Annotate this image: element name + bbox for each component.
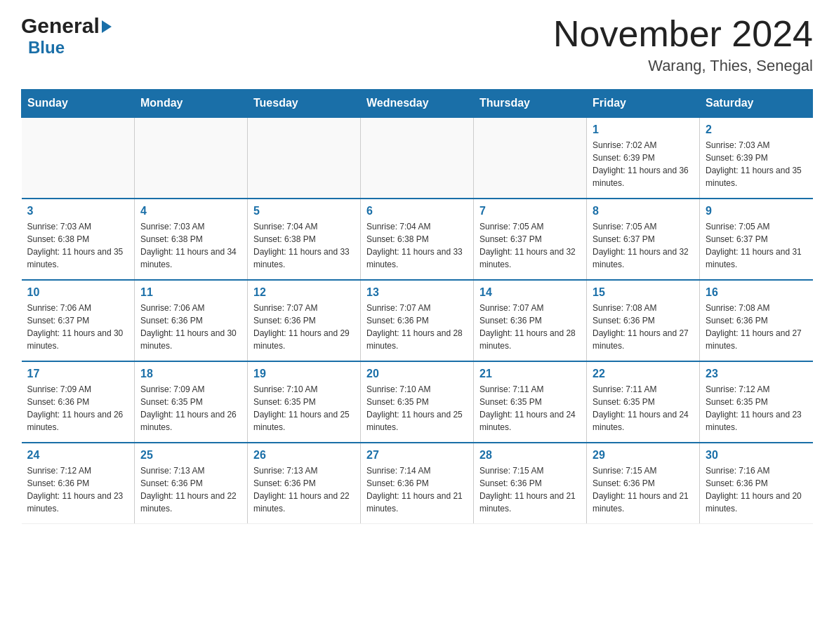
day-number: 15 xyxy=(593,286,694,299)
calendar-cell: 29Sunrise: 7:15 AM Sunset: 6:36 PM Dayli… xyxy=(587,443,700,524)
day-number: 6 xyxy=(366,205,468,217)
day-info: Sunrise: 7:02 AM Sunset: 6:39 PM Dayligh… xyxy=(593,139,694,189)
calendar-week-row: 17Sunrise: 7:09 AM Sunset: 6:36 PM Dayli… xyxy=(22,361,813,443)
day-number: 23 xyxy=(706,368,807,380)
day-of-week-header: Thursday xyxy=(474,90,587,118)
day-info: Sunrise: 7:09 AM Sunset: 6:35 PM Dayligh… xyxy=(140,383,241,434)
day-number: 21 xyxy=(479,368,581,380)
day-info: Sunrise: 7:15 AM Sunset: 6:36 PM Dayligh… xyxy=(479,464,581,515)
calendar-cell: 20Sunrise: 7:10 AM Sunset: 6:35 PM Dayli… xyxy=(361,361,474,443)
calendar-cell xyxy=(361,117,474,199)
calendar-cell: 14Sunrise: 7:07 AM Sunset: 6:36 PM Dayli… xyxy=(474,280,587,361)
calendar-cell: 12Sunrise: 7:07 AM Sunset: 6:36 PM Dayli… xyxy=(248,280,361,361)
day-info: Sunrise: 7:13 AM Sunset: 6:36 PM Dayligh… xyxy=(140,464,241,515)
day-info: Sunrise: 7:08 AM Sunset: 6:36 PM Dayligh… xyxy=(706,302,807,352)
day-number: 14 xyxy=(479,286,581,299)
day-number: 1 xyxy=(593,123,694,136)
day-number: 19 xyxy=(253,368,355,380)
calendar-cell: 2Sunrise: 7:03 AM Sunset: 6:39 PM Daylig… xyxy=(700,117,813,199)
day-number: 22 xyxy=(593,368,694,380)
day-info: Sunrise: 7:04 AM Sunset: 6:38 PM Dayligh… xyxy=(253,220,355,271)
day-number: 25 xyxy=(140,449,241,462)
day-info: Sunrise: 7:03 AM Sunset: 6:39 PM Dayligh… xyxy=(706,139,807,189)
calendar-week-row: 24Sunrise: 7:12 AM Sunset: 6:36 PM Dayli… xyxy=(22,443,813,524)
calendar-cell: 8Sunrise: 7:05 AM Sunset: 6:37 PM Daylig… xyxy=(587,199,700,280)
day-info: Sunrise: 7:05 AM Sunset: 6:37 PM Dayligh… xyxy=(593,220,694,271)
day-number: 29 xyxy=(593,449,694,462)
day-info: Sunrise: 7:07 AM Sunset: 6:36 PM Dayligh… xyxy=(479,302,581,352)
day-info: Sunrise: 7:10 AM Sunset: 6:35 PM Dayligh… xyxy=(366,383,468,434)
day-info: Sunrise: 7:16 AM Sunset: 6:36 PM Dayligh… xyxy=(706,464,807,515)
calendar-cell: 18Sunrise: 7:09 AM Sunset: 6:35 PM Dayli… xyxy=(135,361,248,443)
day-info: Sunrise: 7:08 AM Sunset: 6:36 PM Dayligh… xyxy=(593,302,694,352)
day-info: Sunrise: 7:11 AM Sunset: 6:35 PM Dayligh… xyxy=(479,383,581,434)
calendar-cell: 1Sunrise: 7:02 AM Sunset: 6:39 PM Daylig… xyxy=(587,117,700,199)
day-of-week-header: Wednesday xyxy=(361,90,474,118)
day-number: 5 xyxy=(253,205,355,217)
calendar-cell: 5Sunrise: 7:04 AM Sunset: 6:38 PM Daylig… xyxy=(248,199,361,280)
day-info: Sunrise: 7:06 AM Sunset: 6:36 PM Dayligh… xyxy=(140,302,241,352)
day-info: Sunrise: 7:05 AM Sunset: 6:37 PM Dayligh… xyxy=(479,220,581,271)
day-number: 17 xyxy=(27,368,129,380)
day-info: Sunrise: 7:04 AM Sunset: 6:38 PM Dayligh… xyxy=(366,220,468,271)
calendar-cell xyxy=(135,117,248,199)
day-info: Sunrise: 7:09 AM Sunset: 6:36 PM Dayligh… xyxy=(27,383,129,434)
day-number: 16 xyxy=(706,286,807,299)
day-info: Sunrise: 7:06 AM Sunset: 6:37 PM Dayligh… xyxy=(27,302,129,352)
day-number: 9 xyxy=(706,205,807,217)
calendar-cell xyxy=(248,117,361,199)
calendar-cell xyxy=(22,117,135,199)
day-info: Sunrise: 7:12 AM Sunset: 6:36 PM Dayligh… xyxy=(27,464,129,515)
calendar-cell: 28Sunrise: 7:15 AM Sunset: 6:36 PM Dayli… xyxy=(474,443,587,524)
logo-general-text: General xyxy=(21,14,100,38)
day-number: 12 xyxy=(253,286,355,299)
calendar-cell: 13Sunrise: 7:07 AM Sunset: 6:36 PM Dayli… xyxy=(361,280,474,361)
day-of-week-header: Saturday xyxy=(700,90,813,118)
calendar-cell: 17Sunrise: 7:09 AM Sunset: 6:36 PM Dayli… xyxy=(22,361,135,443)
day-number: 10 xyxy=(27,286,129,299)
logo-blue-text: Blue xyxy=(28,38,65,57)
day-of-week-header: Tuesday xyxy=(248,90,361,118)
day-number: 28 xyxy=(479,449,581,462)
calendar-cell: 10Sunrise: 7:06 AM Sunset: 6:37 PM Dayli… xyxy=(22,280,135,361)
calendar-week-row: 3Sunrise: 7:03 AM Sunset: 6:38 PM Daylig… xyxy=(22,199,813,280)
day-number: 4 xyxy=(140,205,241,217)
page-title: November 2024 xyxy=(553,14,813,54)
day-info: Sunrise: 7:15 AM Sunset: 6:36 PM Dayligh… xyxy=(593,464,694,515)
day-info: Sunrise: 7:07 AM Sunset: 6:36 PM Dayligh… xyxy=(253,302,355,352)
logo-triangle-icon xyxy=(102,20,112,33)
day-number: 13 xyxy=(366,286,468,299)
logo: General Blue xyxy=(21,14,112,58)
day-number: 3 xyxy=(27,205,129,217)
day-number: 11 xyxy=(140,286,241,299)
calendar-cell: 25Sunrise: 7:13 AM Sunset: 6:36 PM Dayli… xyxy=(135,443,248,524)
calendar-cell: 6Sunrise: 7:04 AM Sunset: 6:38 PM Daylig… xyxy=(361,199,474,280)
calendar-cell: 24Sunrise: 7:12 AM Sunset: 6:36 PM Dayli… xyxy=(22,443,135,524)
day-info: Sunrise: 7:05 AM Sunset: 6:37 PM Dayligh… xyxy=(706,220,807,271)
day-info: Sunrise: 7:10 AM Sunset: 6:35 PM Dayligh… xyxy=(253,383,355,434)
calendar-cell: 3Sunrise: 7:03 AM Sunset: 6:38 PM Daylig… xyxy=(22,199,135,280)
calendar-cell: 23Sunrise: 7:12 AM Sunset: 6:35 PM Dayli… xyxy=(700,361,813,443)
day-number: 24 xyxy=(27,449,129,462)
page-subtitle: Warang, Thies, Senegal xyxy=(553,57,813,75)
calendar-cell xyxy=(474,117,587,199)
calendar-cell: 16Sunrise: 7:08 AM Sunset: 6:36 PM Dayli… xyxy=(700,280,813,361)
calendar-cell: 21Sunrise: 7:11 AM Sunset: 6:35 PM Dayli… xyxy=(474,361,587,443)
calendar-cell: 11Sunrise: 7:06 AM Sunset: 6:36 PM Dayli… xyxy=(135,280,248,361)
day-info: Sunrise: 7:03 AM Sunset: 6:38 PM Dayligh… xyxy=(140,220,241,271)
calendar-table: SundayMondayTuesdayWednesdayThursdayFrid… xyxy=(21,89,813,524)
day-number: 18 xyxy=(140,368,241,380)
day-of-week-header: Monday xyxy=(135,90,248,118)
day-of-week-header: Sunday xyxy=(22,90,135,118)
calendar-week-row: 1Sunrise: 7:02 AM Sunset: 6:39 PM Daylig… xyxy=(22,117,813,199)
day-number: 20 xyxy=(366,368,468,380)
calendar-cell: 27Sunrise: 7:14 AM Sunset: 6:36 PM Dayli… xyxy=(361,443,474,524)
day-info: Sunrise: 7:12 AM Sunset: 6:35 PM Dayligh… xyxy=(706,383,807,434)
calendar-week-row: 10Sunrise: 7:06 AM Sunset: 6:37 PM Dayli… xyxy=(22,280,813,361)
calendar-cell: 9Sunrise: 7:05 AM Sunset: 6:37 PM Daylig… xyxy=(700,199,813,280)
day-number: 2 xyxy=(706,123,807,136)
day-number: 30 xyxy=(706,449,807,462)
day-number: 8 xyxy=(593,205,694,217)
page-header: General Blue November 2024 Warang, Thies… xyxy=(21,14,813,75)
day-info: Sunrise: 7:13 AM Sunset: 6:36 PM Dayligh… xyxy=(253,464,355,515)
